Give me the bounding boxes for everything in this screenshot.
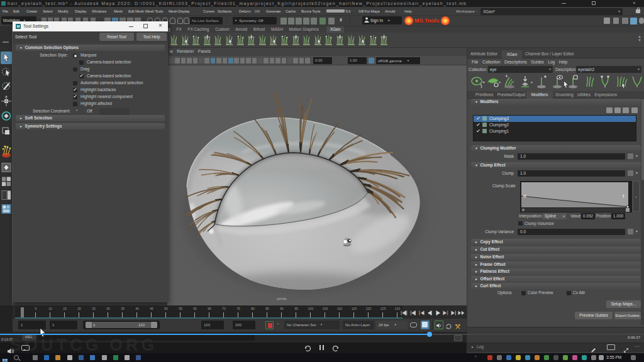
svg-text:T: T [622,194,625,199]
svg-text:persp: persp [277,297,287,300]
svg-text:R: R [523,194,526,199]
